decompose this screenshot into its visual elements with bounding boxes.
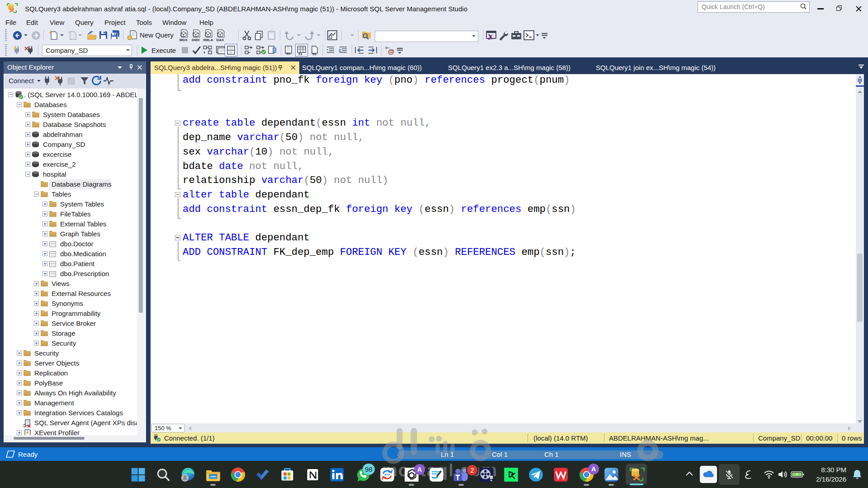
svg-text:XMLA: XMLA (203, 38, 213, 42)
svg-text:01: 01 (286, 52, 290, 55)
svg-text:2: 2 (339, 48, 341, 52)
svg-text:DAX: DAX (217, 38, 225, 42)
svg-text:01: 01 (298, 52, 302, 56)
svg-text:MDX: MDX (179, 38, 188, 42)
svg-text:01: 01 (312, 52, 316, 56)
svg-text:@: @ (388, 47, 395, 55)
svg-text:DMX: DMX (192, 38, 200, 42)
